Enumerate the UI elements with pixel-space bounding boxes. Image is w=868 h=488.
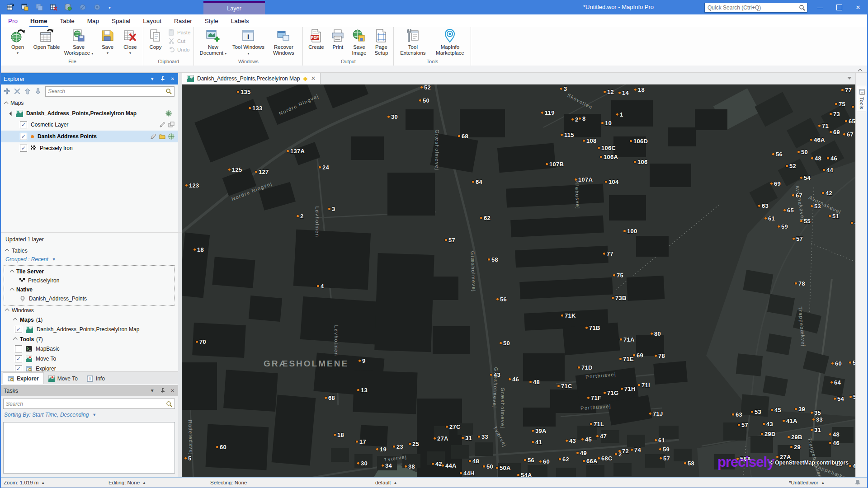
panel-menu-icon[interactable]: ▼ (150, 389, 155, 393)
pencil-icon[interactable] (150, 133, 156, 140)
maximize-button[interactable] (835, 5, 843, 10)
globe-icon[interactable] (168, 133, 175, 140)
ribbon-tab-layout[interactable]: Layout (137, 14, 168, 27)
status-zoom[interactable]: Zoom: 1.019 m▲ (4, 478, 45, 488)
pin-icon[interactable] (160, 76, 165, 82)
save-window-icon[interactable] (21, 3, 29, 11)
table-item-danish-address-points[interactable]: Danish_Address_Points (4, 294, 174, 303)
new-workspace-icon[interactable] (6, 3, 14, 11)
close-button[interactable]: ✕ (854, 4, 862, 11)
native-group-header[interactable]: Native (4, 285, 174, 294)
tool-checkbox[interactable]: ✓ (15, 355, 22, 362)
panel-close-icon[interactable]: ✕ (171, 389, 175, 393)
close-table-icon[interactable] (50, 3, 58, 11)
tables-section-header[interactable]: Tables (0, 246, 178, 255)
ribbon-tab-labels[interactable]: Labels (225, 14, 255, 27)
notification-bell-icon[interactable] (854, 478, 861, 488)
windows-tools-header[interactable]: Tools (7) (0, 334, 178, 344)
ribbon-tab-pro[interactable]: Pro (2, 14, 24, 27)
quick-access-dropdown-caret[interactable]: ▾ (108, 5, 111, 10)
tasks-list[interactable] (3, 422, 175, 474)
explorer-panel-title[interactable]: Explorer ▼ ✕ (0, 73, 178, 84)
window-checkbox[interactable]: ✓ (15, 326, 22, 333)
layer-checkbox[interactable]: ✓ (20, 121, 27, 128)
tab-close-icon[interactable]: ✕ (311, 75, 316, 82)
panel-close-icon[interactable]: ✕ (171, 77, 175, 81)
status-workspace[interactable]: *Untitled.wor▲ (789, 478, 825, 488)
layer-checkbox[interactable]: ✓ (20, 145, 27, 152)
ribbon-tab-home[interactable]: Home (24, 14, 54, 27)
paste-button[interactable]: Paste (168, 29, 190, 36)
folder-add-icon[interactable] (159, 133, 165, 140)
quick-search-box[interactable] (704, 3, 807, 13)
pencil-icon[interactable] (159, 122, 165, 128)
recover-windows-button[interactable]: Recover Windows (266, 27, 301, 56)
cut-button[interactable]: Cut (168, 38, 190, 44)
windows-map-item[interactable]: ✓ Danish_Address_Points,PreciselyIron Ma… (0, 324, 178, 334)
save-image-button[interactable]: Save Image (348, 27, 370, 56)
tasks-search-box[interactable]: Search (3, 399, 175, 409)
ribbon-tab-map[interactable]: Map (81, 14, 105, 27)
map-document-tab[interactable]: Danish_Address_Points,PreciselyIron Map … (182, 72, 321, 84)
table-item-preciselyiron[interactable]: PreciselyIron (4, 276, 174, 285)
ribbon-collapse-button[interactable] (858, 67, 862, 71)
map-canvas[interactable]: Nordre RingvejNordre RingvejGræsholmevej… (182, 84, 855, 477)
windows-section-header[interactable]: Windows (0, 305, 178, 315)
dock-tab-info[interactable]: i Info (82, 373, 109, 384)
tools-side-tab[interactable]: Tools (857, 86, 866, 112)
tasks-panel-title[interactable]: Tasks ▼ ✕ (0, 385, 178, 396)
undo-button[interactable]: Undo (168, 46, 190, 53)
close-button-ribbon[interactable]: Close▾ (119, 27, 142, 56)
status-style[interactable]: default▲ (375, 478, 397, 488)
maps-section-header[interactable]: Maps (0, 98, 178, 108)
tool-extensions-button[interactable]: Tool Extensions (395, 27, 430, 56)
quick-search-input[interactable] (705, 5, 799, 11)
pin-icon[interactable] (160, 388, 165, 394)
copy-button[interactable]: Copy (145, 27, 166, 50)
explorer-search-box[interactable]: Search (45, 86, 175, 97)
ribbon-tab-raster[interactable]: Raster (168, 14, 198, 27)
windows-maps-header[interactable]: Maps (1) (0, 315, 178, 324)
move-up-icon[interactable] (24, 88, 31, 94)
tool-item-mapbasic[interactable]: MapBasic (0, 344, 178, 354)
layer-row-cosmetic[interactable]: ✓ Cosmetic Layer (0, 119, 178, 131)
move-down-icon[interactable] (35, 88, 41, 94)
layer-row-precisely-iron[interactable]: ✓ Precisely Iron (0, 142, 178, 154)
disabled-tool-icon-2[interactable] (93, 3, 101, 11)
style-icon[interactable] (168, 122, 175, 128)
ribbon-tab-style[interactable]: Style (198, 14, 225, 27)
page-setup-button[interactable]: Page Setup (370, 27, 392, 56)
tab-list-dropdown-icon[interactable] (847, 77, 852, 80)
tasks-sorting-control[interactable]: Sorting By: Start Time, Descending ▼ (0, 409, 178, 418)
expander-icon[interactable] (9, 111, 14, 116)
new-document-button[interactable]: New Document ▾ (195, 27, 231, 56)
print-button[interactable]: Print (328, 27, 348, 50)
dock-tab-explorer[interactable]: Explorer (3, 372, 44, 384)
ribbon-tab-spatial[interactable]: Spatial (105, 14, 137, 27)
open-table-button[interactable]: Open Table (32, 27, 61, 50)
marketplace-button[interactable]: MapInfo Marketplace (430, 27, 469, 56)
layer-row-danish-address-points[interactable]: ✓ Danish Address Points (0, 131, 178, 142)
tool-windows-button[interactable]: i Tool Windows ▾ (231, 27, 266, 56)
copy-window-icon[interactable] (35, 3, 43, 11)
save-workspace-button[interactable]: Save Workspace ▾ (61, 27, 96, 56)
dock-tab-move-to[interactable]: Move To (44, 373, 82, 384)
database-icon[interactable] (64, 3, 72, 11)
open-button[interactable]: Open▾ (3, 27, 32, 56)
status-editing[interactable]: Editing: None▲ (108, 478, 146, 488)
panel-menu-icon[interactable]: ▼ (150, 77, 155, 81)
map-tree-node[interactable]: Danish_Address_Points,PreciselyIron Map (0, 108, 178, 119)
layer-checkbox[interactable]: ✓ (20, 133, 27, 140)
save-button[interactable]: Save▾ (96, 27, 119, 56)
tile-server-group-header[interactable]: Tile Server (4, 267, 174, 276)
tool-item-move-to[interactable]: ✓ Move To (0, 354, 178, 364)
minimize-button[interactable]: — (816, 4, 824, 11)
create-pdf-button[interactable]: PDF Create (304, 27, 328, 50)
disabled-tool-icon-1[interactable] (79, 3, 87, 11)
globe-icon[interactable] (165, 110, 172, 117)
add-icon[interactable] (4, 88, 10, 94)
ribbon-tab-table[interactable]: Table (54, 14, 81, 27)
remove-icon[interactable] (14, 88, 20, 94)
tool-checkbox[interactable] (15, 345, 22, 352)
grouped-recent-control[interactable]: Grouped : Recent ▼ (0, 255, 178, 264)
